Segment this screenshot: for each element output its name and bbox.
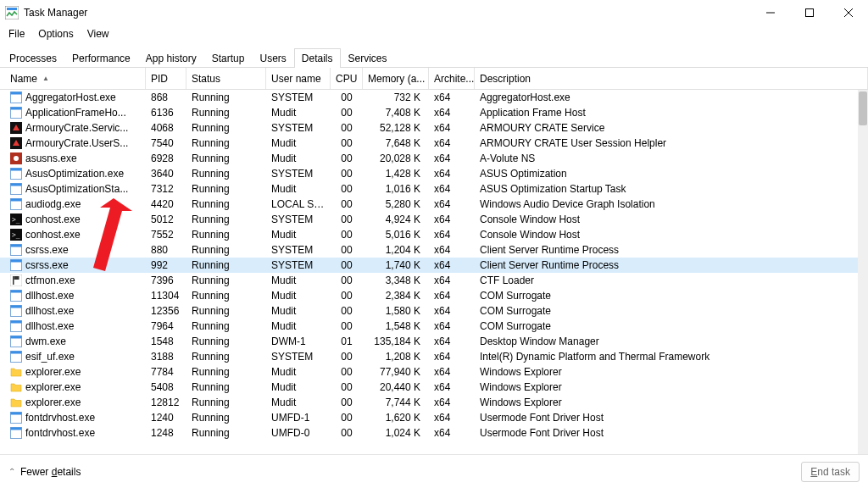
arch: x64 xyxy=(429,152,475,164)
process-icon xyxy=(10,351,22,363)
table-row[interactable]: ctfmon.exe7396RunningMudit003,348 Kx64CT… xyxy=(0,273,858,288)
table-row[interactable]: dllhost.exe11304RunningMudit002,384 Kx64… xyxy=(0,288,858,303)
memory: 2,384 K xyxy=(363,290,429,302)
status: Running xyxy=(186,290,266,302)
pid: 868 xyxy=(146,92,186,103)
process-icon xyxy=(10,305,22,317)
arch: x64 xyxy=(429,290,475,302)
pid: 1240 xyxy=(146,412,186,424)
col-pid[interactable]: PID xyxy=(146,68,186,89)
table-row[interactable]: >_conhost.exe7552RunningMudit005,016 Kx6… xyxy=(0,227,858,242)
table-row[interactable]: AsusOptimizationSta...7312RunningMudit00… xyxy=(0,181,858,197)
end-task-button[interactable]: End task xyxy=(801,462,860,482)
svg-rect-25 xyxy=(11,245,22,247)
arch: x64 xyxy=(429,168,475,180)
col-arch[interactable]: Archite... xyxy=(429,68,475,89)
description: ARMOURY CRATE User Session Helpler xyxy=(475,137,858,149)
col-memory[interactable]: Memory (a... xyxy=(363,68,429,89)
table-row[interactable]: AsusOptimization.exe3640RunningSYSTEM001… xyxy=(0,166,858,181)
table-row[interactable]: dllhost.exe7964RunningMudit001,548 Kx64C… xyxy=(0,319,858,334)
memory: 732 K xyxy=(363,92,429,103)
menu-options[interactable]: Options xyxy=(31,26,80,42)
svg-rect-7 xyxy=(11,92,22,95)
table-row[interactable]: AggregatorHost.exe868RunningSYSTEM00732 … xyxy=(0,90,858,105)
description: Usermode Font Driver Host xyxy=(475,412,858,424)
svg-rect-3 xyxy=(806,9,814,17)
cpu: 00 xyxy=(331,290,363,302)
menu-file[interactable]: File xyxy=(2,26,31,42)
fewer-details-button[interactable]: ⌃ Fewer details xyxy=(8,466,81,478)
memory: 20,028 K xyxy=(363,152,429,164)
svg-text:>_: >_ xyxy=(12,231,20,239)
description: AggregatorHost.exe xyxy=(475,92,858,103)
cpu: 00 xyxy=(331,351,363,363)
process-icon xyxy=(10,198,22,210)
description: Client Server Runtime Process xyxy=(475,259,858,271)
description: ARMOURY CRATE Service xyxy=(475,122,858,134)
table-row[interactable]: explorer.exe7784RunningMudit0077,940 Kx6… xyxy=(0,364,858,380)
cpu: 00 xyxy=(331,427,363,439)
table-row[interactable]: >_conhost.exe5012RunningSYSTEM004,924 Kx… xyxy=(0,212,858,227)
pid: 5408 xyxy=(146,381,186,393)
cpu: 00 xyxy=(331,92,363,103)
table-row[interactable]: csrss.exe880RunningSYSTEM001,204 Kx64Cli… xyxy=(0,242,858,258)
arch: x64 xyxy=(429,259,475,271)
process-list: AggregatorHost.exe868RunningSYSTEM00732 … xyxy=(0,90,868,454)
table-row[interactable]: esif_uf.exe3188RunningSYSTEM001,208 Kx64… xyxy=(0,349,858,364)
task-manager-icon xyxy=(5,6,19,19)
description: Desktop Window Manager xyxy=(475,336,858,347)
table-row[interactable]: fontdrvhost.exe1248RunningUMFD-0001,024 … xyxy=(0,425,858,441)
tab-startup[interactable]: Startup xyxy=(204,48,253,68)
cpu: 00 xyxy=(331,183,363,195)
tab-processes[interactable]: Processes xyxy=(2,48,64,68)
memory: 52,128 K xyxy=(363,122,429,134)
status: Running xyxy=(186,214,266,225)
table-row[interactable]: csrss.exe992RunningSYSTEM001,740 Kx64Cli… xyxy=(0,258,858,273)
table-row[interactable]: dllhost.exe12356RunningMudit001,580 Kx64… xyxy=(0,303,858,319)
col-status[interactable]: Status xyxy=(186,68,266,89)
tab-app-history[interactable]: App history xyxy=(138,48,204,68)
tab-users[interactable]: Users xyxy=(252,48,293,68)
col-cpu[interactable]: CPU xyxy=(331,68,363,89)
user: Mudit xyxy=(266,381,331,393)
menu-view[interactable]: View xyxy=(81,26,116,42)
process-icon xyxy=(10,366,22,378)
pid: 12812 xyxy=(146,396,186,408)
arch: x64 xyxy=(429,320,475,332)
table-row[interactable]: explorer.exe5408RunningMudit0020,440 Kx6… xyxy=(0,380,858,395)
table-row[interactable]: explorer.exe12812RunningMudit007,744 Kx6… xyxy=(0,395,858,410)
table-row[interactable]: audiodg.exe4420RunningLOCAL SE...005,280… xyxy=(0,197,858,212)
col-desc[interactable]: Description xyxy=(475,68,868,89)
tab-details[interactable]: Details xyxy=(294,48,341,68)
close-button[interactable] xyxy=(829,0,868,25)
maximize-button[interactable] xyxy=(790,0,829,25)
table-row[interactable]: asusns.exe6928RunningMudit0020,028 Kx64A… xyxy=(0,151,858,166)
col-user[interactable]: User name xyxy=(266,68,331,89)
status: Running xyxy=(186,168,266,180)
description: Client Server Runtime Process xyxy=(475,244,858,256)
process-icon xyxy=(10,412,22,424)
table-row[interactable]: ArmouryCrate.Servic...4068RunningSYSTEM0… xyxy=(0,120,858,136)
minimize-button[interactable] xyxy=(751,0,790,25)
tab-performance[interactable]: Performance xyxy=(64,48,138,68)
process-icon xyxy=(10,290,22,302)
table-row[interactable]: fontdrvhost.exe1240RunningUMFD-1001,620 … xyxy=(0,410,858,425)
memory: 1,208 K xyxy=(363,351,429,363)
status: Running xyxy=(186,336,266,347)
vertical-scrollbar[interactable] xyxy=(858,90,868,454)
process-name: ArmouryCrate.UserS... xyxy=(25,137,128,149)
process-name: dwm.exe xyxy=(25,336,66,347)
tab-services[interactable]: Services xyxy=(341,48,395,68)
scrollbar-thumb[interactable] xyxy=(859,92,867,125)
menubar: File Options View xyxy=(0,25,868,42)
pid: 7312 xyxy=(146,183,186,195)
status: Running xyxy=(186,381,266,393)
arch: x64 xyxy=(429,198,475,210)
process-name: ctfmon.exe xyxy=(25,274,75,286)
table-row[interactable]: ApplicationFrameHo...6136RunningMudit007… xyxy=(0,105,858,120)
user: Mudit xyxy=(266,320,331,332)
table-row[interactable]: dwm.exe1548RunningDWM-101135,184 Kx64Des… xyxy=(0,334,858,349)
table-row[interactable]: ArmouryCrate.UserS...7540RunningMudit007… xyxy=(0,136,858,151)
memory: 5,280 K xyxy=(363,198,429,210)
col-name[interactable]: Name▲ xyxy=(5,68,146,89)
